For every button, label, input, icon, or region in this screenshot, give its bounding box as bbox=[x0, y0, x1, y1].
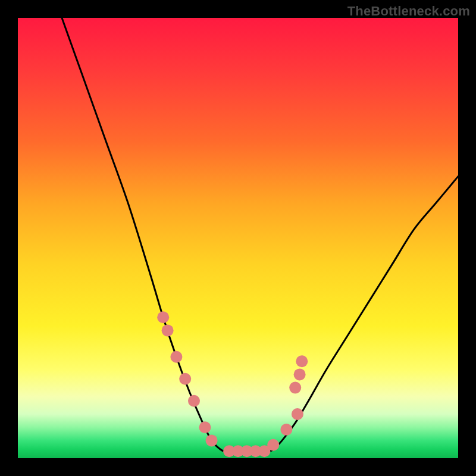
marker-dot bbox=[157, 311, 169, 323]
curve-group bbox=[62, 18, 458, 454]
marker-dot bbox=[289, 382, 301, 394]
marker-dot bbox=[267, 439, 279, 451]
marker-dot bbox=[188, 395, 200, 407]
bottleneck-curve bbox=[18, 18, 458, 458]
markers-group bbox=[157, 311, 308, 457]
chart-stage: TheBottleneck.com bbox=[0, 0, 476, 476]
marker-dot bbox=[280, 424, 292, 436]
marker-dot bbox=[199, 421, 211, 433]
curve-path bbox=[62, 18, 458, 454]
marker-dot bbox=[292, 408, 303, 420]
marker-dot bbox=[296, 355, 308, 367]
marker-dot bbox=[162, 324, 174, 336]
attribution-text: TheBottleneck.com bbox=[347, 4, 470, 19]
marker-dot bbox=[294, 368, 306, 380]
marker-dot bbox=[170, 351, 182, 363]
marker-dot bbox=[179, 373, 191, 385]
marker-dot bbox=[206, 434, 218, 446]
